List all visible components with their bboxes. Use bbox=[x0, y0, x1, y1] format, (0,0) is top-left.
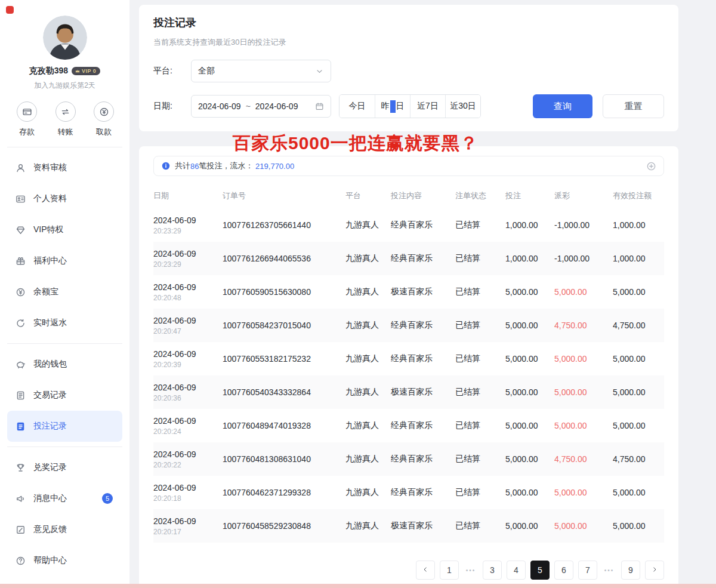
bet-time: 20:20:22 bbox=[153, 461, 218, 469]
column-header: 订单号 bbox=[223, 183, 345, 208]
sidebar-item-messages[interactable]: 消息中心5 bbox=[7, 483, 122, 514]
payout-amount: 5,000.00 bbox=[554, 275, 613, 309]
sidebar-item-feedback[interactable]: 意见反馈 bbox=[7, 514, 122, 545]
payout-amount: -1,000.00 bbox=[554, 242, 613, 275]
bet-date: 2024-06-09 bbox=[153, 383, 218, 392]
table-row[interactable]: 2024-06-0920:20:39 1007760553182175232 九… bbox=[153, 342, 664, 375]
bet-amount: 1,000.00 bbox=[505, 242, 554, 275]
pagination-page-1[interactable]: 1 bbox=[440, 561, 459, 580]
username: 克孜勒398 bbox=[29, 66, 68, 76]
valid-amount: 1,000.00 bbox=[613, 208, 664, 242]
bet-status: 已结算 bbox=[455, 375, 505, 409]
date-quick-ranges: 今日昨日近7日近30日 bbox=[339, 94, 481, 118]
platform-select[interactable]: 全部 bbox=[191, 60, 331, 82]
pagination-page-6[interactable]: 6 bbox=[554, 561, 573, 580]
sidebar-item-bet-records[interactable]: 投注记录 bbox=[7, 411, 122, 442]
filter-card: 投注记录 当前系统支持查询最近30日的投注记录 平台: 全部 日期: 2024-… bbox=[139, 5, 678, 131]
sidebar-item-transactions[interactable]: 交易记录 bbox=[7, 380, 122, 411]
bet-date: 2024-06-09 bbox=[153, 516, 218, 526]
table-row[interactable]: 2024-06-0920:20:18 1007760462371299328 九… bbox=[153, 476, 664, 509]
bet-amount: 5,000.00 bbox=[505, 375, 554, 409]
bet-amount: 5,000.00 bbox=[505, 442, 554, 476]
chevron-left-icon bbox=[422, 565, 429, 575]
pagination-ellipsis[interactable]: ••• bbox=[602, 567, 616, 574]
sidebar-item-label: 兑奖记录 bbox=[33, 462, 67, 473]
range-button-昨日[interactable]: 昨日 bbox=[375, 95, 410, 118]
plus-circle-icon[interactable] bbox=[646, 161, 656, 171]
bet-status: 已结算 bbox=[455, 509, 505, 543]
bet-status: 已结算 bbox=[455, 208, 505, 242]
order-number: 1007760458529230848 bbox=[223, 509, 345, 543]
divider bbox=[7, 447, 122, 447]
divider bbox=[7, 343, 122, 344]
sidebar-item-yuebao[interactable]: 余额宝 bbox=[7, 276, 122, 307]
quick-action-label: 转账 bbox=[58, 127, 73, 137]
range-button-今日[interactable]: 今日 bbox=[340, 95, 375, 118]
date-end: 2024-06-09 bbox=[255, 101, 298, 111]
pagination-prev[interactable] bbox=[416, 561, 435, 580]
platform-name: 九游真人 bbox=[345, 208, 391, 242]
bet-amount: 5,000.00 bbox=[505, 275, 554, 309]
sidebar-item-welfare[interactable]: 福利中心 bbox=[7, 245, 122, 276]
bet-content: 极速百家乐 bbox=[391, 275, 455, 309]
sidebar-item-prizes[interactable]: 兑奖记录 bbox=[7, 452, 122, 483]
order-number: 1007760481308631040 bbox=[223, 442, 345, 476]
sidebar-item-label: VIP特权 bbox=[33, 224, 64, 235]
search-button[interactable]: 查询 bbox=[533, 94, 592, 118]
record-indicator-dot bbox=[6, 6, 14, 14]
table-row[interactable]: 2024-06-0920:20:22 1007760481308631040 九… bbox=[153, 442, 664, 476]
pagination-ellipsis[interactable]: ••• bbox=[464, 567, 478, 574]
table-row[interactable]: 2024-06-0920:20:47 1007760584237015040 九… bbox=[153, 309, 664, 342]
quick-action-withdraw[interactable]: 取款 bbox=[94, 101, 114, 137]
range-button-近7日[interactable]: 近7日 bbox=[410, 95, 445, 118]
table-row[interactable]: 2024-06-0920:20:24 1007760489474019328 九… bbox=[153, 409, 664, 442]
transfer-arrows-icon bbox=[55, 101, 76, 122]
coin-icon bbox=[16, 287, 26, 297]
payout-amount: -1,000.00 bbox=[554, 208, 613, 242]
column-header: 有效投注额 bbox=[613, 183, 664, 208]
pagination-page-9[interactable]: 9 bbox=[621, 561, 640, 580]
platform-name: 九游真人 bbox=[345, 342, 391, 375]
pagination-page-4[interactable]: 4 bbox=[507, 561, 526, 580]
valid-amount: 5,000.00 bbox=[613, 275, 664, 309]
chevron-down-icon bbox=[315, 67, 324, 76]
reset-button[interactable]: 重置 bbox=[603, 94, 664, 118]
quick-action-deposit[interactable]: 存款 bbox=[17, 101, 37, 137]
date-range-input[interactable]: 2024-06-09 ~ 2024-06-09 bbox=[191, 95, 331, 118]
gem-icon bbox=[16, 225, 26, 235]
order-number: 1007761266944065536 bbox=[223, 242, 345, 275]
pagination-next[interactable] bbox=[645, 561, 664, 580]
table-row[interactable]: 2024-06-0920:20:17 1007760458529230848 九… bbox=[153, 509, 664, 543]
table-row[interactable]: 2024-06-0920:23:29 1007761263705661440 九… bbox=[153, 208, 664, 242]
pagination-page-7[interactable]: 7 bbox=[578, 561, 597, 580]
bet-date: 2024-06-09 bbox=[153, 216, 218, 225]
quick-action-transfer[interactable]: 转账 bbox=[55, 101, 76, 137]
page-title: 投注记录 bbox=[153, 16, 664, 30]
bet-content: 经典百家乐 bbox=[391, 342, 455, 375]
sidebar-item-help[interactable]: 帮助中心 bbox=[7, 545, 122, 576]
page-subtitle: 当前系统支持查询最近30日的投注记录 bbox=[153, 37, 664, 48]
bet-time: 20:20:24 bbox=[153, 427, 218, 436]
pagination-page-3[interactable]: 3 bbox=[483, 561, 502, 580]
sidebar-item-label: 个人资料 bbox=[33, 193, 67, 204]
bet-date: 2024-06-09 bbox=[153, 349, 218, 359]
bet-content: 极速百家乐 bbox=[391, 375, 455, 409]
sidebar-item-rebate[interactable]: 实时返水 bbox=[7, 307, 122, 338]
table-row[interactable]: 2024-06-0920:20:48 1007760590515630080 九… bbox=[153, 275, 664, 309]
range-button-近30日[interactable]: 近30日 bbox=[445, 95, 480, 118]
table-row[interactable]: 2024-06-0920:23:29 1007761266944065536 九… bbox=[153, 242, 664, 275]
bet-amount: 5,000.00 bbox=[505, 476, 554, 509]
avatar[interactable] bbox=[43, 16, 87, 60]
bet-date: 2024-06-09 bbox=[153, 282, 218, 292]
table-row[interactable]: 2024-06-0920:20:36 1007760540343332864 九… bbox=[153, 375, 664, 409]
unread-count-badge: 5 bbox=[102, 493, 113, 504]
pagination-page-5[interactable]: 5 bbox=[530, 561, 550, 580]
sidebar-item-profile[interactable]: 个人资料 bbox=[7, 183, 122, 214]
text-selection-cursor bbox=[390, 100, 396, 113]
platform-name: 九游真人 bbox=[345, 476, 391, 509]
sidebar-item-audit[interactable]: 资料审核 bbox=[7, 152, 122, 183]
bet-time: 20:20:47 bbox=[153, 327, 218, 335]
sidebar-item-wallet[interactable]: 我的钱包 bbox=[7, 349, 122, 380]
vip-badge[interactable]: VIP 0 bbox=[72, 67, 100, 75]
sidebar-item-vip[interactable]: VIP特权 bbox=[7, 214, 122, 245]
